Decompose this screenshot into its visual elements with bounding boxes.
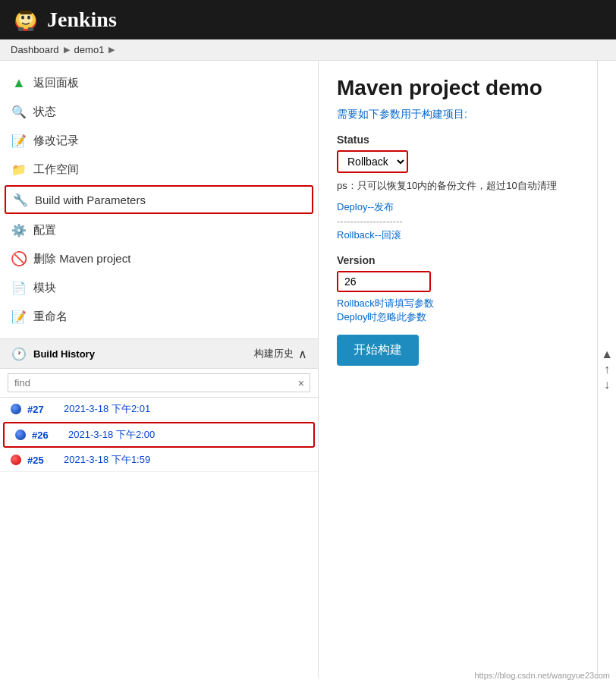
sidebar-item-config[interactable]: ⚙️ 配置 (0, 216, 318, 244)
svg-point-4 (27, 16, 30, 20)
build-status-dot (11, 455, 21, 465)
scroll-up-icon[interactable]: ↑ (604, 363, 610, 376)
page-title: Maven project demo (337, 76, 579, 100)
up-arrow-icon: ▲ (11, 74, 27, 91)
header-logo: Jenkins (12, 6, 117, 33)
build-history-section: 🕐 Build History 构建历史 ∧ × #27 2021-3-18 下… (0, 338, 318, 472)
scroll-down-icon[interactable]: ↓ (604, 379, 610, 391)
version-section: Version Rollback时请填写参数 Deploy时忽略此参数 (337, 254, 579, 324)
sidebar-label-modules: 模块 (33, 281, 56, 295)
breadcrumb: Dashboard ▶ demo1 ▶ (0, 39, 616, 61)
sidebar-item-back[interactable]: ▲ 返回面板 (0, 68, 318, 97)
sidebar-item-status[interactable]: 🔍 状态 (0, 97, 318, 126)
option-rollback-label: Rollback--回滚 (337, 228, 579, 242)
status-field-label: Status (337, 134, 579, 146)
main-layout: ▲ 返回面板 🔍 状态 📝 修改记录 📁 工作空间 🔧 Build with P… (0, 61, 616, 678)
version-hint2: Deploy时忽略此参数 (337, 311, 426, 323)
sidebar-label-config: 配置 (33, 223, 56, 238)
search-icon: 🔍 (11, 103, 27, 120)
build-list-item: #25 2021-3-18 下午1:59 (0, 448, 318, 472)
svg-point-2 (19, 13, 33, 25)
option-divider: -------------------- (337, 216, 579, 227)
scroll-top-icon[interactable]: ▲ (601, 348, 613, 360)
build-status-dot (15, 430, 26, 440)
header: Jenkins (0, 0, 616, 39)
history-icon: 🕐 (11, 345, 27, 362)
breadcrumb-demo1[interactable]: demo1 (74, 44, 105, 55)
sidebar-label-back: 返回面板 (33, 76, 79, 90)
sidebar-label-delete: 删除 Maven project (33, 252, 130, 266)
build-list-item-highlighted: #26 2021-3-18 下午2:00 (3, 422, 315, 448)
svg-rect-7 (28, 27, 33, 31)
version-hint1: Rollback时请填写参数 (337, 297, 434, 309)
ps-note: ps：只可以恢复10内的备份文件，超过10自动清理 (337, 179, 579, 193)
build-number-25[interactable]: #25 (27, 455, 58, 466)
build-search-clear-icon[interactable]: × (298, 377, 304, 389)
sidebar: ▲ 返回面板 🔍 状态 📝 修改记录 📁 工作空间 🔧 Build with P… (0, 61, 319, 678)
build-status-dot (11, 404, 21, 414)
sidebar-label-rename: 重命名 (33, 310, 68, 324)
build-history-title: Build History (33, 348, 95, 360)
delete-icon: 🚫 (11, 250, 27, 267)
build-time-26[interactable]: 2021-3-18 下午2:00 (68, 428, 155, 442)
build-search-input[interactable] (8, 373, 310, 392)
watermark: https://blog.csdn.net/wangyue23com (474, 671, 610, 678)
build-list-item: #27 2021-3-18 下午2:01 (0, 398, 318, 421)
sidebar-item-changes[interactable]: 📝 修改记录 (0, 126, 318, 155)
build-history-left: 🕐 Build History (11, 345, 95, 362)
sidebar-item-modules[interactable]: 📄 模块 (0, 273, 318, 302)
sidebar-label-build-params: Build with Parameters (35, 194, 146, 206)
version-input[interactable] (338, 272, 429, 291)
content-area: Maven project demo 需要如下参数用于构建项目: Status … (319, 61, 597, 678)
status-select-wrap: Rollback Deploy (337, 150, 408, 173)
build-history-header: 🕐 Build History 构建历史 ∧ (0, 339, 318, 369)
sidebar-label-workspace: 工作空间 (33, 162, 79, 177)
module-icon: 📄 (11, 279, 27, 296)
scroll-arrows: ▲ ↑ ↓ (597, 61, 616, 678)
breadcrumb-sep1: ▶ (64, 45, 70, 55)
breadcrumb-dashboard[interactable]: Dashboard (11, 44, 59, 55)
svg-rect-6 (18, 27, 24, 31)
start-build-button[interactable]: 开始构建 (337, 335, 419, 366)
header-title: Jenkins (47, 8, 117, 32)
sidebar-item-rename[interactable]: 📝 重命名 (0, 302, 318, 331)
build-history-right: 构建历史 ∧ (254, 347, 307, 361)
rename-icon: 📝 (11, 308, 27, 325)
build-icon: 🔧 (12, 191, 29, 208)
collapse-icon[interactable]: ∧ (298, 347, 307, 361)
content-wrapper: Maven project demo 需要如下参数用于构建项目: Status … (319, 61, 616, 678)
option-deploy-label: Deploy--发布 (337, 200, 579, 214)
build-search-wrap: × (0, 369, 318, 398)
gear-icon: ⚙️ (11, 222, 27, 238)
build-time-25[interactable]: 2021-3-18 下午1:59 (64, 453, 150, 467)
version-input-wrap (337, 271, 431, 292)
content-subtitle: 需要如下参数用于构建项目: (337, 108, 579, 121)
build-history-subtitle: 构建历史 (254, 347, 294, 360)
edit-icon: 📝 (11, 132, 27, 149)
build-number-27[interactable]: #27 (27, 404, 58, 415)
sidebar-label-changes: 修改记录 (33, 134, 79, 148)
sidebar-item-build-params[interactable]: 🔧 Build with Parameters (5, 185, 313, 214)
svg-point-3 (21, 16, 24, 20)
sidebar-label-status: 状态 (33, 105, 56, 119)
sidebar-item-workspace[interactable]: 📁 工作空间 (0, 155, 318, 184)
status-select[interactable]: Rollback Deploy (338, 152, 407, 172)
sidebar-item-delete[interactable]: 🚫 删除 Maven project (0, 244, 318, 273)
folder-icon: 📁 (11, 161, 27, 178)
jenkins-logo-icon (12, 6, 39, 33)
build-time-27[interactable]: 2021-3-18 下午2:01 (64, 402, 150, 416)
breadcrumb-sep2: ▶ (108, 45, 115, 55)
svg-rect-5 (20, 11, 32, 14)
version-field-label: Version (337, 254, 579, 266)
build-number-26[interactable]: #26 (32, 430, 62, 441)
